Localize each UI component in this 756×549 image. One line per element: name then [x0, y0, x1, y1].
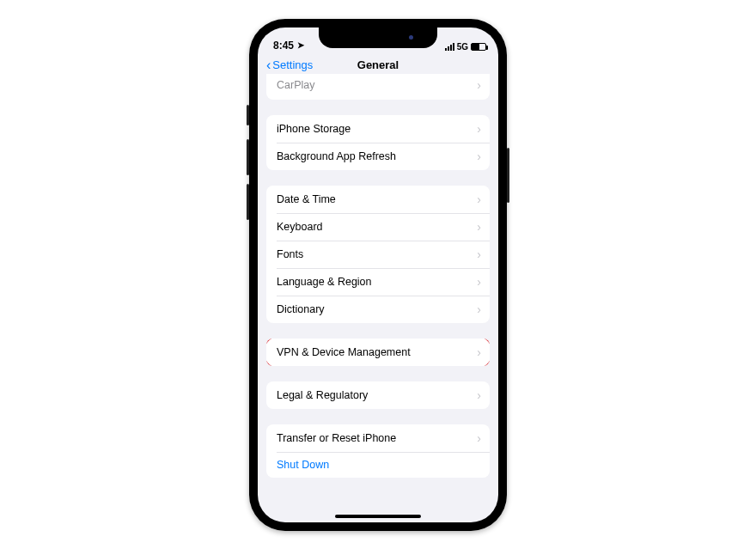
cell-label: Dictionary [277, 303, 325, 315]
settings-group: CarPlay › [266, 74, 490, 100]
chevron-right-icon: › [477, 247, 481, 261]
chevron-right-icon: › [477, 302, 481, 316]
device-frame: 8:45 ➤ 5G ‹ Settings General CarPlay › [249, 19, 507, 531]
chevron-right-icon: › [477, 78, 481, 92]
power-button [507, 148, 509, 203]
cell-shut-down[interactable]: Shut Down [266, 452, 490, 478]
settings-group: Legal & Regulatory › [266, 381, 490, 409]
cell-language-region[interactable]: Language & Region › [266, 268, 490, 296]
status-time: 8:45 [273, 40, 294, 52]
cell-legal-regulatory[interactable]: Legal & Regulatory › [266, 381, 490, 409]
cell-label: Background App Refresh [277, 150, 396, 162]
chevron-right-icon: › [477, 122, 481, 136]
notch [319, 27, 437, 48]
cell-label: Date & Time [277, 193, 336, 205]
cell-transfer-reset[interactable]: Transfer or Reset iPhone › [266, 424, 490, 452]
volume-down-button [247, 184, 249, 220]
settings-group: iPhone Storage › Background App Refresh … [266, 115, 490, 170]
mute-switch [247, 105, 249, 125]
cell-label: Language & Region [277, 276, 372, 288]
cell-label: Legal & Regulatory [277, 389, 368, 401]
location-icon: ➤ [297, 40, 304, 50]
chevron-right-icon: › [477, 388, 481, 402]
cell-dictionary[interactable]: Dictionary › [266, 296, 490, 323]
chevron-left-icon: ‹ [266, 58, 271, 72]
settings-content[interactable]: CarPlay › iPhone Storage › Background Ap… [258, 74, 498, 478]
back-button[interactable]: ‹ Settings [266, 58, 313, 72]
cell-date-time[interactable]: Date & Time › [266, 186, 490, 213]
cell-label: Transfer or Reset iPhone [277, 432, 396, 444]
cell-label: VPN & Device Management [277, 346, 411, 358]
cell-background-app-refresh[interactable]: Background App Refresh › [266, 143, 490, 170]
volume-up-button [247, 139, 249, 175]
cell-iphone-storage[interactable]: iPhone Storage › [266, 115, 490, 143]
cell-fonts[interactable]: Fonts › [266, 241, 490, 268]
cell-label: Shut Down [277, 459, 329, 471]
chevron-right-icon: › [477, 345, 481, 359]
settings-group: Date & Time › Keyboard › Fonts › Languag… [266, 186, 490, 323]
cell-label: CarPlay [277, 79, 314, 91]
chevron-right-icon: › [477, 431, 481, 445]
cell-keyboard[interactable]: Keyboard › [266, 213, 490, 241]
home-indicator[interactable] [335, 515, 421, 518]
chevron-right-icon: › [477, 220, 481, 234]
cell-label: iPhone Storage [277, 123, 351, 135]
cell-label: Keyboard [277, 221, 323, 233]
screen: 8:45 ➤ 5G ‹ Settings General CarPlay › [258, 27, 498, 522]
network-label: 5G [457, 42, 468, 52]
cellular-signal-icon [445, 43, 454, 51]
cell-vpn-device-management[interactable]: VPN & Device Management › [266, 339, 490, 366]
chevron-right-icon: › [477, 275, 481, 289]
back-label: Settings [272, 58, 313, 71]
cell-label: Fonts [277, 248, 303, 260]
settings-group: Transfer or Reset iPhone › Shut Down [266, 424, 490, 478]
chevron-right-icon: › [477, 192, 481, 206]
battery-icon [471, 43, 486, 51]
chevron-right-icon: › [477, 149, 481, 163]
settings-group: VPN & Device Management › [266, 339, 490, 366]
cell-carplay[interactable]: CarPlay › [266, 74, 490, 100]
